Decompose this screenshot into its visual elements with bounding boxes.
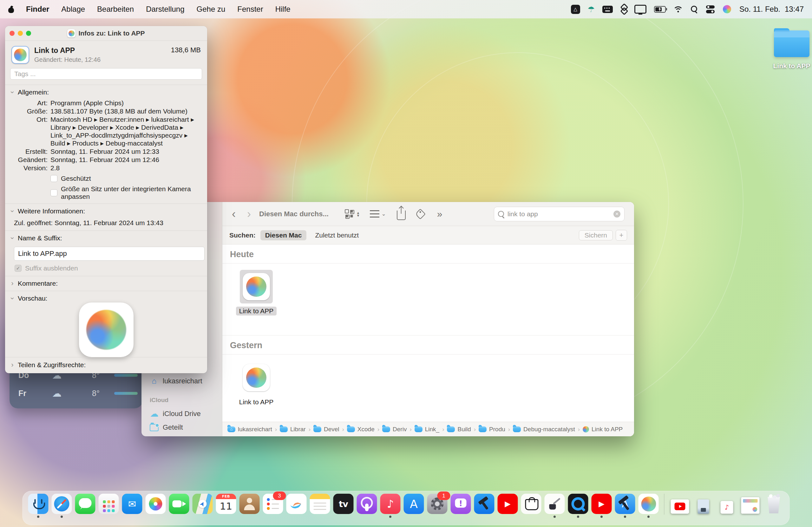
- breadcrumb-item[interactable]: Deriv: [382, 426, 407, 433]
- section-name-suffix-header[interactable]: › Name & Suffix:: [10, 234, 202, 242]
- dock-win-web[interactable]: [740, 494, 760, 518]
- share-button[interactable]: [397, 208, 406, 220]
- tags-input[interactable]: [10, 68, 202, 79]
- sidebar-item-icloud-drive[interactable]: ☁ iCloud Drive: [150, 409, 201, 419]
- app-triangle-icon[interactable]: [571, 5, 580, 14]
- dock-safari[interactable]: [52, 494, 72, 518]
- section-allgemein-header[interactable]: › Allgemein:: [10, 88, 202, 97]
- breadcrumb-item[interactable]: Build: [447, 426, 471, 433]
- view-options-button[interactable]: ▴▾: [345, 211, 359, 217]
- dock-reminders[interactable]: 3: [263, 494, 283, 518]
- weather-umbrella-icon[interactable]: [588, 4, 595, 14]
- search-field[interactable]: link to app ×: [494, 207, 625, 221]
- keyboard-icon[interactable]: [602, 6, 613, 13]
- menu-finder[interactable]: Finder: [26, 5, 49, 14]
- menu-bearbeiten[interactable]: Bearbeiten: [97, 5, 134, 14]
- section-kommentare-header[interactable]: › Kommentare:: [10, 279, 202, 288]
- section-vorschau-header[interactable]: › Vorschau:: [10, 294, 202, 303]
- checkbox[interactable]: [50, 175, 57, 182]
- dock-trash[interactable]: [764, 494, 784, 518]
- search-input-value[interactable]: link to app: [508, 210, 610, 218]
- menu-bar-date[interactable]: So. 11. Feb.: [739, 5, 780, 14]
- dock-music[interactable]: [380, 494, 401, 518]
- back-button[interactable]: ‹: [232, 208, 236, 220]
- apple-menu-icon[interactable]: [8, 6, 14, 13]
- shortcuts-icon[interactable]: [620, 4, 627, 14]
- section-teilen-header[interactable]: › Teilen & Zugriffsrechte:: [10, 361, 202, 369]
- breadcrumb-item[interactable]: Link to APP: [583, 426, 623, 433]
- dock-mail[interactable]: [122, 494, 142, 518]
- menu-ablage[interactable]: Ablage: [61, 5, 85, 14]
- dock-xcode[interactable]: A: [615, 494, 635, 518]
- menu-gehe-zu[interactable]: Gehe zu: [197, 5, 226, 14]
- dock-textedit[interactable]: [545, 494, 565, 518]
- battery-icon[interactable]: [654, 6, 666, 13]
- filename-input[interactable]: [14, 247, 205, 261]
- close-button[interactable]: [10, 31, 15, 36]
- sidebar-item-user[interactable]: ⌂ lukasreichart: [150, 376, 202, 385]
- dock-youtube[interactable]: [592, 494, 612, 518]
- dock-freeform[interactable]: [287, 494, 307, 518]
- dock-launchpad[interactable]: [99, 494, 119, 518]
- menu-darstellung[interactable]: Darstellung: [146, 5, 184, 14]
- forward-button[interactable]: ›: [247, 208, 251, 220]
- last-opened: Zul. geöffnet: Sonntag, 11. Februar 2024…: [14, 219, 202, 227]
- dock-settings[interactable]: 1: [427, 494, 448, 518]
- siri-icon[interactable]: [723, 5, 731, 13]
- dock-developer[interactable]: [474, 494, 494, 518]
- dock-contacts[interactable]: [240, 494, 260, 518]
- minimize-button[interactable]: [18, 31, 23, 36]
- scope-recents[interactable]: Zuletzt benutzt: [315, 232, 359, 239]
- breadcrumb-item[interactable]: Produ: [479, 426, 505, 433]
- add-criteria-button[interactable]: +: [616, 230, 627, 241]
- control-center-icon[interactable]: [706, 5, 715, 13]
- dock-linkapp[interactable]: [638, 494, 659, 518]
- tag-button[interactable]: [417, 210, 424, 218]
- menu-hilfe[interactable]: Hilfe: [275, 5, 291, 14]
- folder-icon: [513, 426, 521, 432]
- dock-facetime[interactable]: [169, 494, 189, 518]
- breadcrumb-item[interactable]: Debug-maccatalyst: [513, 426, 575, 433]
- dock-youtube[interactable]: [498, 494, 518, 518]
- dock-photos[interactable]: [146, 494, 166, 518]
- clear-search-icon[interactable]: ×: [613, 210, 620, 218]
- breadcrumb-item[interactable]: Devel: [314, 426, 339, 433]
- dock-feedback[interactable]: [451, 494, 471, 518]
- spotlight-icon[interactable]: [691, 5, 698, 13]
- file-item-link-to-app[interactable]: Link to APP: [237, 270, 276, 316]
- checkbox[interactable]: [50, 189, 57, 196]
- dock-quicktime[interactable]: [568, 494, 589, 518]
- dock-win-music[interactable]: [717, 494, 737, 518]
- dock-calendar[interactable]: FEB11: [216, 494, 236, 518]
- menu-bar-time[interactable]: 13:47: [785, 5, 804, 14]
- info-row-label: Art:: [10, 99, 47, 107]
- dock-notes[interactable]: [310, 494, 330, 518]
- breadcrumb-item[interactable]: ⌂lukasreichart: [228, 426, 272, 433]
- menu-fenster[interactable]: Fenster: [237, 5, 263, 14]
- desktop-folder-link-to-app[interactable]: Link to APP: [766, 28, 812, 70]
- breadcrumb-item[interactable]: Xcode: [347, 426, 375, 433]
- breadcrumb-item[interactable]: Librar: [280, 426, 306, 433]
- dock-maps[interactable]: [192, 494, 213, 518]
- save-search-button[interactable]: Sichern: [579, 230, 613, 240]
- dock-shopping[interactable]: [521, 494, 541, 518]
- launchpad-icon: [99, 494, 119, 514]
- sidebar-item-shared[interactable]: Geteilt: [150, 423, 183, 431]
- dock-win-youtube[interactable]: [670, 494, 690, 518]
- breadcrumb-item[interactable]: Link_: [415, 426, 439, 433]
- file-item-link-to-app[interactable]: Link to APP: [237, 361, 276, 407]
- group-by-button[interactable]: ⌄: [370, 210, 386, 218]
- toolbar-overflow-button[interactable]: »: [437, 209, 443, 219]
- dock-podcasts[interactable]: [357, 494, 377, 518]
- scope-this-mac[interactable]: Diesen Mac: [260, 230, 307, 240]
- section-weitere-header[interactable]: › Weitere Informationen:: [10, 207, 202, 215]
- dock-messages[interactable]: [75, 494, 96, 518]
- suffix-checkbox[interactable]: ✓: [15, 265, 21, 272]
- dock-win-shot[interactable]: [693, 494, 714, 518]
- dock-finder[interactable]: [28, 494, 48, 518]
- zoom-button[interactable]: [26, 31, 31, 36]
- dock-appletv[interactable]: [333, 494, 354, 518]
- dock-appstore[interactable]: [404, 494, 424, 518]
- wifi-icon[interactable]: [673, 5, 683, 13]
- display-icon[interactable]: [634, 5, 647, 14]
